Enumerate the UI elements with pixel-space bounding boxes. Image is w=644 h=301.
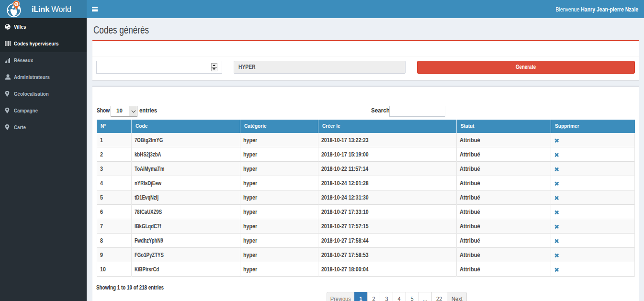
svg-text:$: $ [15,2,17,6]
